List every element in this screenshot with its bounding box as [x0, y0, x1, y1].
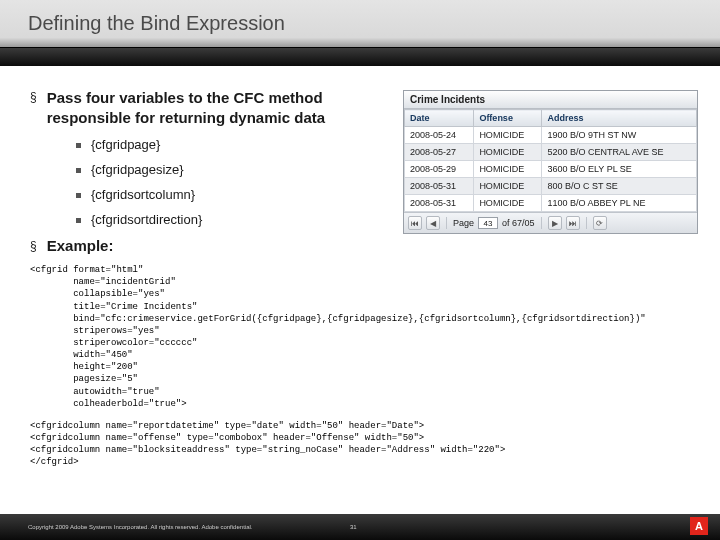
pager-prev-icon[interactable]: ◀	[426, 216, 440, 230]
title-divider	[0, 48, 720, 66]
pager-of-label: of 67/05	[502, 218, 535, 228]
code-block-1: <cfgrid format="html" name="incidentGrid…	[30, 264, 690, 410]
bullet-icon: §	[30, 88, 37, 127]
pager-refresh-icon[interactable]: ⟳	[593, 216, 607, 230]
pager-separator	[541, 217, 542, 229]
bullet-icon	[76, 193, 81, 198]
slide-title: Defining the Bind Expression	[28, 12, 285, 35]
title-bar: Defining the Bind Expression	[0, 0, 720, 48]
pager-separator	[446, 217, 447, 229]
grid-table: Date Offense Address 2008-05-24HOMICIDE1…	[404, 109, 697, 212]
table-row[interactable]: 2008-05-29HOMICIDE3600 B/O ELY PL SE	[405, 161, 697, 178]
sub-bullet-text: {cfgridpagesize}	[91, 162, 184, 177]
bullet-icon	[76, 168, 81, 173]
sub-bullet-text: {cfgridpage}	[91, 137, 160, 152]
footer: Copyright 2009 Adobe Systems Incorporate…	[0, 514, 720, 540]
sub-bullet-text: {cfgridsortcolumn}	[91, 187, 195, 202]
grid-preview: Crime Incidents Date Offense Address 200…	[403, 90, 698, 234]
pager-separator	[586, 217, 587, 229]
table-row[interactable]: 2008-05-24HOMICIDE1900 B/O 9TH ST NW	[405, 127, 697, 144]
bullet-icon	[76, 143, 81, 148]
pager-page-label: Page	[453, 218, 474, 228]
pager-page-input[interactable]: 43	[478, 217, 498, 229]
grid-header-address[interactable]: Address	[542, 110, 697, 127]
adobe-logo-icon: A	[690, 517, 708, 535]
bullet-icon	[76, 218, 81, 223]
table-row[interactable]: 2008-05-31HOMICIDE1100 B/O ABBEY PL NE	[405, 195, 697, 212]
grid-title: Crime Incidents	[404, 91, 697, 109]
pager-last-icon[interactable]: ⏭	[566, 216, 580, 230]
pager-first-icon[interactable]: ⏮	[408, 216, 422, 230]
page-number: 31	[350, 524, 357, 530]
grid-pager: ⏮ ◀ Page 43 of 67/05 ▶ ⏭ ⟳	[404, 212, 697, 233]
pager-next-icon[interactable]: ▶	[548, 216, 562, 230]
table-row[interactable]: 2008-05-31HOMICIDE800 B/O C ST SE	[405, 178, 697, 195]
copyright-text: Copyright 2009 Adobe Systems Incorporate…	[28, 524, 252, 530]
sub-bullet-text: {cfgridsortdirection}	[91, 212, 202, 227]
table-row[interactable]: 2008-05-27HOMICIDE5200 B/O CENTRAL AVE S…	[405, 144, 697, 161]
grid-header-date[interactable]: Date	[405, 110, 474, 127]
code-block-2: <cfgridcolumn name="reportdatetime" type…	[30, 420, 690, 469]
bullet-icon: §	[30, 237, 37, 256]
example-label: Example:	[47, 237, 114, 256]
example-heading: § Example:	[30, 237, 690, 256]
grid-header-offense[interactable]: Offense	[474, 110, 542, 127]
